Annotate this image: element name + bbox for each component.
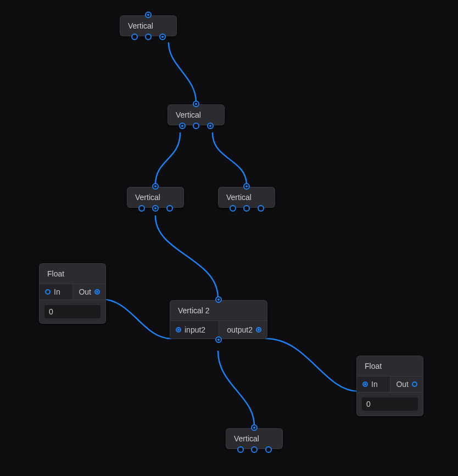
node-float[interactable]: Float In Out xyxy=(39,263,106,324)
node-vertical[interactable]: Vertical xyxy=(127,187,184,208)
node-title: Vertical 2 xyxy=(170,301,267,320)
port-bottom-1[interactable] xyxy=(179,123,186,129)
node-title: Float xyxy=(357,356,423,376)
port-bottom-3[interactable] xyxy=(265,446,272,453)
port-bottom-1[interactable] xyxy=(230,205,236,212)
port-top[interactable] xyxy=(215,296,222,303)
port-bottom-1[interactable] xyxy=(138,205,145,212)
in-label: In xyxy=(371,380,378,389)
port-top[interactable] xyxy=(243,183,250,190)
value-input[interactable] xyxy=(361,397,418,411)
io-row: In Out xyxy=(40,284,105,300)
in-label: In xyxy=(54,287,60,296)
port-in[interactable] xyxy=(362,381,368,387)
node-vertical[interactable]: Vertical xyxy=(167,104,225,125)
port-out[interactable] xyxy=(94,289,100,295)
port-bottom-3[interactable] xyxy=(207,123,214,129)
io-row: In Out xyxy=(357,376,423,392)
port-bottom-1[interactable] xyxy=(131,34,138,40)
port-bottom-2[interactable] xyxy=(251,446,258,453)
node-vertical[interactable]: Vertical xyxy=(218,187,275,208)
value-row xyxy=(40,300,105,323)
node-title: Vertical xyxy=(120,16,176,36)
port-bottom-3[interactable] xyxy=(258,205,264,212)
node-title: Float xyxy=(40,264,105,284)
port-out[interactable] xyxy=(412,381,417,387)
out-cell[interactable]: Out xyxy=(72,284,106,300)
port-output2[interactable] xyxy=(256,327,261,333)
port-bottom-3[interactable] xyxy=(166,205,173,212)
node-graph-canvas[interactable]: Vertical Vertical Vertical Vertical Floa… xyxy=(0,0,458,476)
port-bottom-1[interactable] xyxy=(237,446,244,453)
out-label: Out xyxy=(396,380,409,389)
node-title: Vertical xyxy=(127,187,183,207)
output2-cell[interactable]: output2 xyxy=(219,321,267,339)
out-label: Out xyxy=(79,287,91,296)
node-vertical-2[interactable]: Vertical 2 input2 output2 xyxy=(170,300,267,339)
output2-label: output2 xyxy=(227,325,253,334)
port-bottom-2[interactable] xyxy=(193,123,199,129)
port-top[interactable] xyxy=(251,424,258,431)
port-top[interactable] xyxy=(152,183,159,190)
port-in[interactable] xyxy=(45,289,51,295)
port-input2[interactable] xyxy=(176,327,181,333)
port-bottom-3[interactable] xyxy=(159,34,166,40)
value-input[interactable] xyxy=(44,305,101,319)
node-title: Vertical xyxy=(168,105,224,125)
node-vertical[interactable]: Vertical xyxy=(226,428,283,449)
port-bottom-2[interactable] xyxy=(243,205,250,212)
port-top[interactable] xyxy=(145,12,152,18)
node-vertical[interactable]: Vertical xyxy=(120,15,177,36)
port-bottom-2[interactable] xyxy=(152,205,159,212)
port-bottom-2[interactable] xyxy=(145,34,152,40)
in-cell[interactable]: In xyxy=(357,377,390,392)
node-title: Vertical xyxy=(219,187,275,207)
port-top[interactable] xyxy=(193,101,199,107)
value-row xyxy=(357,392,423,416)
in-cell[interactable]: In xyxy=(40,284,72,300)
node-float[interactable]: Float In Out xyxy=(356,356,423,416)
port-bottom[interactable] xyxy=(215,336,222,343)
input2-cell[interactable]: input2 xyxy=(170,321,219,339)
out-cell[interactable]: Out xyxy=(390,377,423,392)
input2-label: input2 xyxy=(185,325,205,334)
node-title: Vertical xyxy=(226,429,282,449)
